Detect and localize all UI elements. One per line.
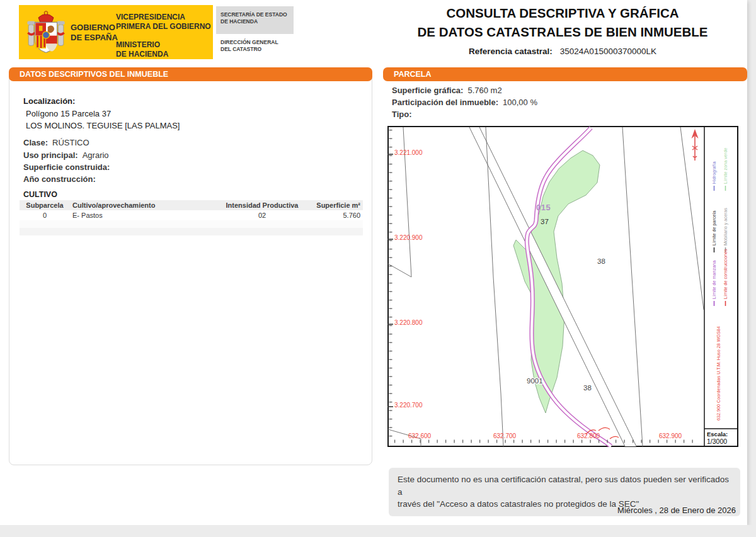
x-label: 632.700 <box>493 432 517 439</box>
vicepresidencia-label: VICEPRESIDENCIA PRIMERA DEL GOBIERNO <box>116 13 211 31</box>
referencia-label: Referencia catastral: <box>469 47 553 56</box>
localizacion-line1: Polígono 15 Parcela 37 <box>26 109 111 118</box>
y-label: 3.221.000 <box>394 149 423 156</box>
anio-construccion-field: Año construcción: <box>23 174 100 184</box>
document-title: CONSULTA DESCRIPTIVA Y GRÁFICA DE DATOS … <box>378 4 747 56</box>
clase-field: Clase:RÚSTICO <box>23 138 89 147</box>
secretaria-badge: SECRETARÍA DE ESTADO DE HACIENDA <box>216 6 294 34</box>
title-line-2: DE DATOS CATASTRALES DE BIEN INMUEBLE <box>378 23 747 42</box>
gobierno-label: GOBIERNO DE ESPAÑA <box>71 23 118 43</box>
superficie-construida-field: Superficie construida: <box>23 162 114 172</box>
uso-principal-field: Uso principal:Agrario <box>23 150 109 160</box>
localizacion-label: Localización: <box>23 96 75 106</box>
x-label: 632.900 <box>659 432 682 439</box>
clase-value: RÚSTICO <box>52 138 89 147</box>
document-page: GOBIERNO DE ESPAÑA VICEPRESIDENCIA PRIME… <box>0 0 747 525</box>
localizacion-line2: LOS MOLINOS. TEGUISE [LAS PALMAS] <box>26 121 180 130</box>
col-intensidad: Intensidad Productiva <box>212 200 312 210</box>
road-code-label: 9001 <box>527 377 543 385</box>
title-line-1: CONSULTA DESCRIPTIVA Y GRÁFICA <box>378 4 747 23</box>
ministerio-label: MINISTERIO DE HACIENDA <box>116 40 168 59</box>
col-subparcela: Subparcela <box>20 200 70 210</box>
datos-descriptivos-panel: DATOS DESCRIPTIVOS DEL INMUEBLE Localiza… <box>9 67 372 465</box>
col-cultivo: Cultivo/aprovechamiento <box>70 200 212 210</box>
cultivo-table-header: Subparcela Cultivo/aprovechamiento Inten… <box>20 200 363 210</box>
direccion-general-label: DIRECCIÓN GENERAL DEL CATASTRO <box>220 39 278 53</box>
scale-label: Escala: <box>707 431 728 438</box>
empty-row <box>20 228 363 235</box>
legend-mobiliario: Mobiliario y aceras <box>723 208 728 246</box>
col-superficie: Superficie m² <box>312 200 363 210</box>
parcel-37-label: 37 <box>541 218 549 225</box>
cultivo-table: Subparcela Cultivo/aprovechamiento Inten… <box>20 200 363 235</box>
referencia-catastral: Referencia catastral:35024A015000370000L… <box>378 47 747 56</box>
legend-limite-manzana: Límite de manzana <box>711 261 717 299</box>
disclaimer-line-1: Este documento no es una certificación c… <box>398 473 731 498</box>
x-label: 632.800 <box>577 432 600 439</box>
legend-zona-verde: Límite zona verde <box>723 148 728 184</box>
y-label: 3.220.700 <box>394 402 423 409</box>
cadastral-map: 3.221.000 3.220.900 3.220.800 3.220.700 … <box>387 126 738 447</box>
superficie-grafica-field: Superficie gráfica:5.760 m2 <box>392 86 502 95</box>
participacion-field: Participación del inmueble:100,00 % <box>392 98 537 107</box>
government-logo: GOBIERNO DE ESPAÑA VICEPRESIDENCIA PRIME… <box>19 5 213 59</box>
x-label: 632.600 <box>408 432 432 439</box>
parcel-38-lower-label: 38 <box>583 384 592 392</box>
polygon-code-label: 015 <box>536 203 551 212</box>
left-panel-header: DATOS DESCRIPTIVOS DEL INMUEBLE <box>9 67 372 81</box>
legend-limite-parcela: Límite de parcela <box>711 211 717 246</box>
scale-value: 1/3000 <box>707 438 727 445</box>
cultivo-title: CULTIVO <box>23 190 57 199</box>
utm-coordinates-note: 632.900 Coordenadas U.T.M. Huso 28 WGS84 <box>716 326 721 421</box>
spain-coat-of-arms-icon <box>25 9 67 56</box>
parcel-38-upper-label: 38 <box>597 257 605 265</box>
right-panel-header: PARCELA <box>383 67 747 81</box>
superficie-grafica-value: 5.760 m2 <box>467 86 501 95</box>
table-row: 0 E- Pastos 02 5.760 <box>20 210 363 220</box>
referencia-value: 35024A015000370000LK <box>560 47 656 56</box>
legend-limite-construcciones: Límite de construcciones <box>723 249 728 299</box>
empty-row <box>20 220 363 228</box>
participacion-value: 100,00 % <box>503 98 537 107</box>
legend-hidrografia: Hidrografía <box>711 161 717 184</box>
y-label: 3.220.800 <box>394 319 423 326</box>
uso-value: Agrario <box>83 150 109 160</box>
y-label: 3.220.900 <box>394 234 423 241</box>
document-date: Miércoles , 28 de Enero de 2026 <box>383 506 736 515</box>
tipo-field: Tipo: <box>392 110 416 119</box>
